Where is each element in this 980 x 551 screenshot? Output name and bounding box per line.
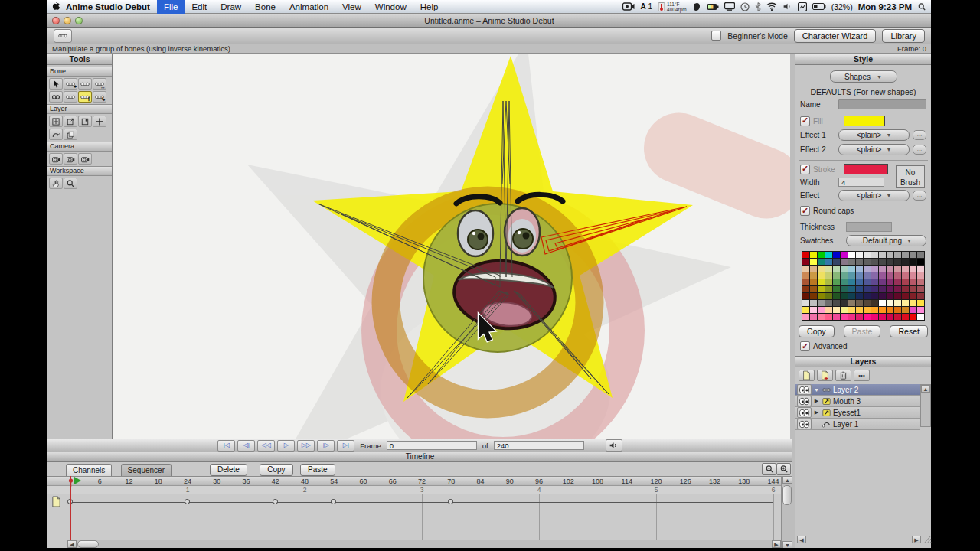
palette-swatch-4-0[interactable] (802, 279, 809, 285)
palette-swatch-6-2[interactable] (818, 293, 825, 299)
menu-bone[interactable]: Bone (248, 0, 283, 14)
layer-visibility-icon[interactable] (797, 384, 812, 395)
palette-swatch-2-8[interactable] (864, 266, 871, 272)
palette-swatch-3-12[interactable] (894, 272, 901, 279)
translate-bone-tool[interactable]: + (64, 78, 77, 90)
palette-swatch-4-8[interactable] (864, 279, 871, 285)
app-menu-title[interactable]: Anime Studio Debut (64, 2, 157, 11)
palette-swatch-7-12[interactable] (894, 300, 901, 306)
palette-swatch-9-8[interactable] (864, 314, 871, 320)
palette-swatch-7-1[interactable] (810, 300, 817, 306)
battery-icon[interactable] (812, 3, 826, 10)
menu-help[interactable]: Help (413, 0, 446, 14)
palette-swatch-1-11[interactable] (887, 259, 893, 265)
palette-swatch-5-4[interactable] (833, 286, 840, 292)
round-caps-checkbox[interactable] (800, 206, 810, 216)
palette-swatch-4-9[interactable] (871, 279, 878, 285)
effect1-dropdown[interactable]: <plain> ▼ (838, 129, 910, 141)
track-camera-tool[interactable] (49, 153, 63, 165)
palette-swatch-6-11[interactable] (887, 293, 893, 299)
palette-swatch-3-15[interactable] (917, 272, 924, 279)
palette-swatch-8-5[interactable] (841, 307, 848, 313)
rotate-layer-z-tool[interactable] (49, 129, 63, 140)
palette-swatch-9-13[interactable] (902, 314, 909, 320)
palette-swatch-8-15[interactable] (917, 307, 924, 313)
palette-swatch-9-7[interactable] (856, 314, 863, 320)
zoom-workspace-tool[interactable] (64, 178, 77, 189)
palette-swatch-3-4[interactable] (833, 272, 840, 279)
palette-swatch-7-4[interactable] (833, 300, 840, 306)
palette-swatch-1-14[interactable] (910, 259, 916, 265)
layer-expander-icon[interactable]: ▶ (813, 409, 820, 416)
palette-swatch-6-9[interactable] (871, 293, 878, 299)
current-tool-icon[interactable] (54, 29, 72, 43)
palette-swatch-3-9[interactable] (871, 272, 878, 279)
palette-swatch-2-1[interactable] (810, 266, 817, 272)
palette-swatch-2-9[interactable] (871, 266, 878, 272)
scroll-right-arrow[interactable]: ▶ (772, 540, 781, 548)
palette-swatch-4-11[interactable] (887, 279, 893, 285)
layer-expander-icon[interactable]: ▼ (813, 387, 820, 393)
palette-swatch-4-14[interactable] (910, 279, 916, 285)
palette-swatch-9-15[interactable] (917, 314, 924, 320)
palette-swatch-8-2[interactable] (818, 307, 825, 313)
character-wizard-button[interactable]: Character Wizard (794, 29, 877, 43)
palette-swatch-5-2[interactable] (818, 286, 825, 292)
palette-swatch-4-2[interactable] (818, 279, 825, 285)
layer-more-button[interactable]: ••• (854, 370, 870, 381)
scale-bone-tool[interactable]: ↔ (93, 78, 106, 90)
palette-swatch-1-1[interactable] (810, 259, 817, 265)
layer-visibility-icon[interactable] (797, 396, 812, 406)
palette-swatch-3-14[interactable] (910, 272, 916, 279)
palette-swatch-1-9[interactable] (871, 259, 878, 265)
resize-grip[interactable] (923, 534, 932, 546)
timeline-ruler[interactable]: 6121824303642485460667278849096102108114… (47, 476, 781, 486)
current-frame-input[interactable]: 0 (387, 441, 477, 450)
palette-swatch-0-14[interactable] (910, 252, 916, 258)
effect2-dropdown[interactable]: <plain> ▼ (838, 144, 910, 155)
palette-swatch-4-3[interactable] (825, 279, 832, 285)
palette-swatch-1-6[interactable] (848, 259, 855, 265)
palette-swatch-7-8[interactable] (864, 300, 871, 306)
menu-view[interactable]: View (335, 0, 368, 14)
palette-swatch-8-14[interactable] (910, 307, 916, 313)
layers-scroll-left-arrow[interactable]: ◀ (797, 536, 806, 543)
palette-swatch-7-7[interactable] (856, 300, 863, 306)
layers-bottom-scrollbar[interactable]: ◀ ▶ (795, 536, 932, 545)
palette-swatch-1-4[interactable] (833, 259, 840, 265)
reparent-bone-tool[interactable]: ↳ (93, 91, 106, 103)
stroke-checkbox[interactable] (800, 165, 810, 174)
menu-window[interactable]: Window (368, 0, 413, 14)
palette-swatch-9-14[interactable] (910, 314, 916, 320)
palette-swatch-5-6[interactable] (848, 286, 855, 292)
palette-swatch-4-5[interactable] (841, 279, 848, 285)
palette-swatch-0-4[interactable] (833, 252, 840, 258)
bone-strength-tool[interactable] (64, 91, 77, 103)
palette-swatch-0-6[interactable] (848, 252, 855, 258)
palette-swatch-0-1[interactable] (810, 252, 817, 258)
effect1-options-button[interactable]: ... (913, 130, 926, 140)
menu-draw[interactable]: Draw (214, 0, 248, 14)
menu-edit[interactable]: Edit (185, 0, 214, 14)
palette-swatch-7-3[interactable] (825, 300, 832, 306)
palette-swatch-2-2[interactable] (818, 266, 825, 272)
rotate-layer-tool[interactable] (64, 116, 77, 127)
palette-swatch-9-0[interactable] (802, 314, 809, 320)
timeline-vscrollbar[interactable]: ▲ ▼ (781, 476, 792, 549)
palette-swatch-0-15[interactable] (917, 252, 924, 258)
scroll-left-arrow[interactable]: ◀ (67, 540, 77, 548)
scroll-up-arrow[interactable]: ▲ (782, 476, 792, 484)
palette-swatch-0-11[interactable] (887, 252, 893, 258)
menu-clock[interactable]: Mon 9:23 PM (858, 2, 912, 11)
timeline-tab-sequencer[interactable]: Sequencer (121, 464, 172, 476)
timeline-paste-button[interactable]: Paste (300, 464, 335, 476)
palette-swatch-3-13[interactable] (902, 272, 909, 279)
fill-checkbox[interactable] (800, 116, 810, 126)
temperature-monitor-icon[interactable]: 111°F4004rpm (658, 2, 687, 12)
palette-swatch-1-10[interactable] (879, 259, 886, 265)
palette-swatch-6-7[interactable] (856, 293, 863, 299)
palette-swatch-1-0[interactable] (802, 259, 809, 265)
palette-swatch-7-13[interactable] (902, 300, 909, 306)
palette-swatch-5-3[interactable] (825, 286, 832, 292)
palette-swatch-3-8[interactable] (864, 272, 871, 279)
